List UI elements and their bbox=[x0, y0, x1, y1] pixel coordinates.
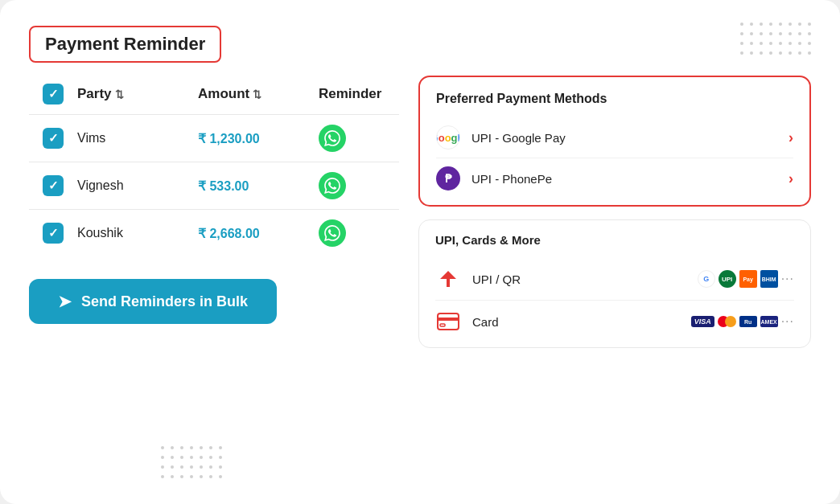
more-dots-card: ··· bbox=[781, 314, 794, 329]
main-card: Payment Reminder Party ⇅ Amount ⇅ Remind… bbox=[0, 0, 840, 504]
row-checkbox-3 bbox=[29, 223, 77, 244]
amount-sort-icon[interactable]: ⇅ bbox=[253, 88, 261, 100]
rupay-logo: Ru bbox=[739, 316, 757, 327]
row-party-3: Koushik bbox=[77, 226, 198, 240]
party-sort-icon[interactable]: ⇅ bbox=[115, 88, 124, 100]
google-pay-icon: Google bbox=[436, 125, 460, 150]
visa-logo: VISA bbox=[691, 316, 714, 327]
card-logos: VISA Ru AMEX ··· bbox=[691, 314, 794, 329]
google-pay-label: UPI - Google Pay bbox=[471, 131, 777, 145]
preferred-title: Preferred Payment Methods bbox=[436, 92, 793, 106]
row-action-2 bbox=[319, 172, 346, 199]
upi-cards-more-box: UPI, Cards & More UPI / QR G bbox=[418, 219, 811, 348]
amex-logo: AMEX bbox=[760, 316, 778, 327]
card-icon bbox=[435, 309, 461, 334]
table-row: Vims ₹ 1,230.00 bbox=[29, 114, 399, 162]
row-checkbox-2 bbox=[29, 175, 77, 196]
whatsapp-button-3[interactable] bbox=[319, 219, 346, 247]
phonepe-label: UPI - PhonePe bbox=[471, 172, 777, 186]
chevron-right-icon: › bbox=[789, 170, 793, 187]
table-header: Party ⇅ Amount ⇅ Reminder bbox=[29, 76, 399, 114]
list-item[interactable]: Card VISA Ru AMEX ··· bbox=[435, 301, 794, 334]
upi-qr-logos: G UPI Pay BHIM ··· bbox=[698, 270, 794, 288]
list-item[interactable]: UPI / QR G UPI Pay bbox=[435, 258, 794, 301]
upi-qr-icon bbox=[435, 266, 461, 292]
left-panel: Party ⇅ Amount ⇅ Reminder Vims ₹ 1,230.0… bbox=[29, 76, 399, 478]
phonepe-icon: ₱ bbox=[436, 166, 460, 191]
row-action-1 bbox=[319, 125, 346, 152]
page-title-box: Payment Reminder bbox=[29, 26, 221, 63]
chevron-right-icon: › bbox=[789, 129, 793, 146]
row-checkbox-1 bbox=[29, 128, 77, 149]
svg-rect-1 bbox=[438, 313, 459, 330]
checkbox-koushik[interactable] bbox=[43, 223, 64, 244]
checkbox-vignesh[interactable] bbox=[43, 175, 64, 196]
checkbox-vims[interactable] bbox=[43, 128, 64, 149]
row-amount-2: ₹ 533.00 bbox=[198, 178, 319, 194]
send-button-label: Send Reminders in Bulk bbox=[81, 293, 248, 310]
whatsapp-button-1[interactable] bbox=[319, 125, 346, 152]
header-party: Party ⇅ bbox=[77, 86, 198, 102]
main-content: Party ⇅ Amount ⇅ Reminder Vims ₹ 1,230.0… bbox=[29, 76, 811, 478]
upi-qr-label: UPI / QR bbox=[472, 272, 686, 286]
table-row: Vignesh ₹ 533.00 bbox=[29, 162, 399, 209]
upi-gpay-logo: G bbox=[698, 270, 715, 288]
mastercard-logo bbox=[718, 316, 736, 327]
row-amount-3: ₹ 2,668.00 bbox=[198, 226, 319, 241]
decorative-dots-bottom bbox=[161, 446, 225, 481]
right-panel: Preferred Payment Methods Google UPI - G… bbox=[418, 76, 811, 478]
row-amount-1: ₹ 1,230.00 bbox=[198, 131, 319, 146]
row-party-2: Vignesh bbox=[77, 178, 198, 193]
card-label: Card bbox=[472, 315, 680, 329]
paytm-logo: Pay bbox=[739, 270, 757, 288]
table-row: Koushik ₹ 2,668.00 bbox=[29, 209, 399, 256]
header-amount: Amount ⇅ bbox=[198, 86, 319, 102]
upi-logo: UPI bbox=[719, 270, 736, 288]
more-title: UPI, Cards & More bbox=[435, 233, 794, 247]
row-party-1: Vims bbox=[77, 131, 198, 145]
header-reminder: Reminder bbox=[319, 86, 381, 102]
row-action-3 bbox=[319, 219, 346, 247]
decorative-dots-top bbox=[740, 23, 814, 58]
preferred-payment-box: Preferred Payment Methods Google UPI - G… bbox=[418, 76, 811, 207]
select-all-checkbox[interactable] bbox=[43, 84, 64, 104]
more-dots-upi: ··· bbox=[781, 272, 794, 286]
list-item[interactable]: Google UPI - Google Pay › bbox=[436, 117, 793, 158]
send-icon: ➤ bbox=[58, 292, 72, 311]
bhim-logo: BHIM bbox=[760, 270, 778, 288]
svg-marker-0 bbox=[440, 271, 456, 287]
svg-rect-2 bbox=[438, 318, 459, 321]
header-checkbox-col bbox=[29, 84, 77, 104]
page-title: Payment Reminder bbox=[45, 34, 205, 54]
list-item[interactable]: ₱ UPI - PhonePe › bbox=[436, 158, 793, 191]
svg-rect-3 bbox=[440, 324, 445, 326]
send-reminders-button[interactable]: ➤ Send Reminders in Bulk bbox=[29, 279, 277, 324]
whatsapp-button-2[interactable] bbox=[319, 172, 346, 199]
